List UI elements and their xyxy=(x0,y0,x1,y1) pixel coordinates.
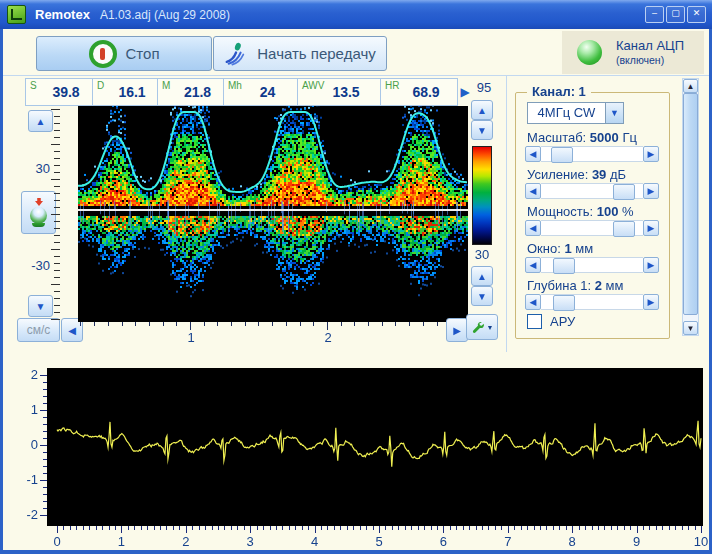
stop-button[interactable]: Стоп xyxy=(36,36,212,71)
scale-up-button[interactable]: ▲ xyxy=(28,110,53,132)
close-button[interactable]: ✕ xyxy=(687,6,706,23)
start-transmit-button[interactable]: Начать передачу xyxy=(213,36,387,71)
slider-track[interactable] xyxy=(541,146,643,162)
agc-label: АРУ xyxy=(550,314,575,329)
red-down-arrow-icon xyxy=(34,198,44,206)
transmit-waves-icon xyxy=(224,41,248,66)
channel-title: Канал: 1 xyxy=(527,84,591,99)
scrollbar-thumb[interactable] xyxy=(683,93,698,315)
measurement-label: AWV xyxy=(302,80,324,91)
palette-max-up-button[interactable]: ▲ xyxy=(471,100,493,120)
adc-channel-title: Канал АЦП xyxy=(616,39,684,54)
panel-slider[interactable]: ◀ ▶ xyxy=(525,220,659,236)
baseline-orb-base xyxy=(32,223,45,227)
slider-left-arrow[interactable]: ◀ xyxy=(525,257,541,273)
slider-thumb[interactable] xyxy=(553,258,575,274)
doppler-spectrogram xyxy=(78,106,468,322)
slider-track[interactable] xyxy=(541,257,643,273)
freq-min-label: -30 xyxy=(18,258,50,273)
app-icon xyxy=(7,5,26,24)
title-bar[interactable]: Remotex A1.03.adj (Aug 29 2008) – ▢ ✕ xyxy=(0,0,712,29)
measurement-cell: M 21.8 xyxy=(158,79,224,105)
slider-caption: Масштаб: 5000 Гц xyxy=(527,130,637,145)
slider-caption: Окно: 1 мм xyxy=(527,241,593,256)
adc-status-led xyxy=(577,40,602,65)
slider-right-arrow[interactable]: ▶ xyxy=(643,183,659,199)
measurement-cell: Mh 24 xyxy=(224,79,298,105)
slider-left-arrow[interactable]: ◀ xyxy=(525,146,541,162)
palette-max-label: 95 xyxy=(470,80,498,95)
application-window: Remotex A1.03.adj (Aug 29 2008) – ▢ ✕ Ст… xyxy=(0,0,712,554)
slider-track[interactable] xyxy=(541,183,643,199)
scrollbar-up-arrow[interactable]: ▲ xyxy=(683,79,698,93)
slider-caption: Усиление: 39 дБ xyxy=(527,167,626,182)
measurements-row: S 39.8 D 16.1 M 21.8 Mh 24 AWV 13.5 HR 6… xyxy=(25,78,458,106)
stop-button-label: Стоп xyxy=(126,45,160,62)
slider-right-arrow[interactable]: ▶ xyxy=(643,146,659,162)
baseline-orb-icon xyxy=(30,207,47,224)
measurement-label: D xyxy=(97,80,104,91)
time-tick-label: 1 xyxy=(184,330,198,345)
tools-button[interactable]: ▼ xyxy=(466,314,498,340)
measurement-label: HR xyxy=(385,80,399,91)
adc-channel-status: (включен) xyxy=(616,54,684,66)
adc-channel-panel: Канал АЦП (включен) xyxy=(562,31,704,74)
chevron-down-icon[interactable]: ▼ xyxy=(605,103,623,123)
panel-separator xyxy=(506,76,507,352)
panel-slider[interactable]: ◀ ▶ xyxy=(525,146,659,162)
agc-checkbox[interactable] xyxy=(527,314,542,329)
slider-track[interactable] xyxy=(541,220,643,236)
tools-dropdown-arrow: ▼ xyxy=(487,324,494,331)
freq-max-label: 30 xyxy=(24,161,50,176)
measurement-cell: D 16.1 xyxy=(93,79,158,105)
slider-track[interactable] xyxy=(541,294,643,310)
panel-slider[interactable]: ◀ ▶ xyxy=(525,257,659,273)
slider-right-arrow[interactable]: ▶ xyxy=(643,294,659,310)
scale-down-button[interactable]: ▼ xyxy=(28,295,53,317)
maximize-button[interactable]: ▢ xyxy=(666,6,685,23)
measurement-label: Mh xyxy=(228,80,242,91)
slider-left-arrow[interactable]: ◀ xyxy=(525,220,541,236)
measurement-cell: S 39.8 xyxy=(26,79,93,105)
slider-left-arrow[interactable]: ◀ xyxy=(525,183,541,199)
toolbar-separator xyxy=(3,75,709,76)
slider-thumb[interactable] xyxy=(553,295,575,311)
scrollbar-down-arrow[interactable]: ▼ xyxy=(683,321,698,335)
measurement-cell: AWV 13.5 xyxy=(298,79,381,105)
wrench-icon xyxy=(471,320,485,334)
palette-max-down-button[interactable]: ▼ xyxy=(471,120,493,140)
slider-caption: Мощность: 100 % xyxy=(527,204,634,219)
panel-slider[interactable]: ◀ ▶ xyxy=(525,294,659,310)
slider-thumb[interactable] xyxy=(551,147,573,163)
start-transmit-label: Начать передачу xyxy=(257,45,375,62)
measurement-label: S xyxy=(30,80,37,91)
color-palette-bar xyxy=(472,146,492,245)
freq-axis-ticks xyxy=(51,106,60,322)
slider-right-arrow[interactable]: ▶ xyxy=(643,257,659,273)
palette-min-label: 30 xyxy=(470,247,494,262)
slider-right-arrow[interactable]: ▶ xyxy=(643,220,659,236)
time-axis-ticks xyxy=(79,322,449,331)
window-title: Remotex xyxy=(35,7,90,22)
probe-select-value: 4МГц CW xyxy=(528,103,605,123)
measurement-label: M xyxy=(162,80,170,91)
time-tick-label: 2 xyxy=(321,330,335,345)
minimize-button[interactable]: – xyxy=(645,6,664,23)
stop-icon xyxy=(89,40,117,68)
scroll-right-button[interactable]: ▶ xyxy=(446,318,468,342)
palette-min-up-button[interactable]: ▲ xyxy=(471,266,493,286)
probe-select[interactable]: 4МГц CW ▼ xyxy=(527,102,624,124)
slider-caption: Глубина 1: 2 мм xyxy=(527,278,623,293)
palette-min-down-button[interactable]: ▼ xyxy=(471,286,493,306)
measurement-cell: HR 68.9 xyxy=(381,79,457,105)
window-subtitle: A1.03.adj (Aug 29 2008) xyxy=(100,8,230,22)
slider-thumb[interactable] xyxy=(613,221,635,237)
agc-row: АРУ xyxy=(527,314,575,329)
ecg-plot xyxy=(24,358,712,550)
panel-scrollbar[interactable]: ▲ ▼ xyxy=(682,78,699,336)
slider-thumb[interactable] xyxy=(613,184,635,200)
unit-label: см/с xyxy=(27,323,51,337)
slider-left-arrow[interactable]: ◀ xyxy=(525,294,541,310)
panel-slider[interactable]: ◀ ▶ xyxy=(525,183,659,199)
